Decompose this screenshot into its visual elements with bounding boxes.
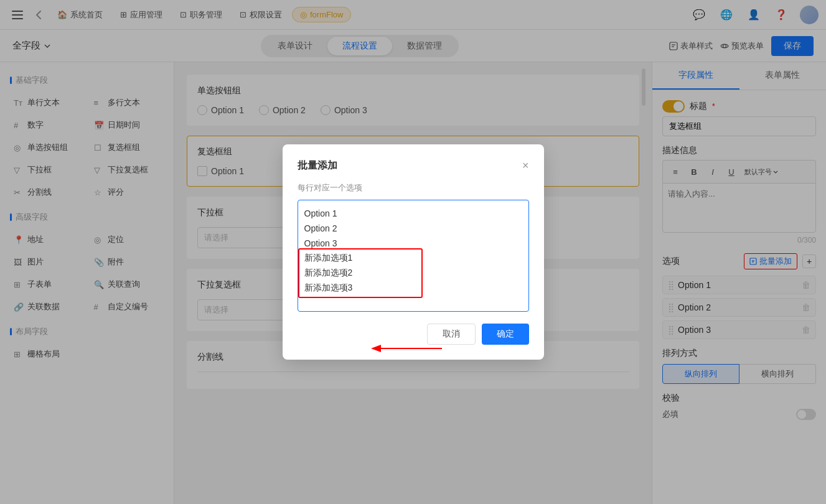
confirm-button[interactable]: 确定 (482, 324, 529, 345)
modal-close-icon[interactable]: × (522, 159, 529, 172)
modal-footer: 取消 确定 (298, 324, 529, 345)
modal-textarea-container: Option 1 Option 2 Option 3 新添加选项1 新添加选项2… (298, 200, 529, 314)
modal-subtitle: 每行对应一个选项 (298, 182, 529, 194)
cancel-button[interactable]: 取消 (427, 324, 476, 345)
modal-overlay[interactable]: 批量添加 × 每行对应一个选项 Option 1 Option 2 Option… (0, 0, 826, 504)
modal-textarea[interactable]: Option 1 Option 2 Option 3 新添加选项1 新添加选项2… (298, 200, 529, 312)
modal-title: 批量添加 (298, 159, 337, 172)
modal-header: 批量添加 × (298, 159, 529, 172)
batch-add-modal: 批量添加 × 每行对应一个选项 Option 1 Option 2 Option… (283, 144, 544, 360)
